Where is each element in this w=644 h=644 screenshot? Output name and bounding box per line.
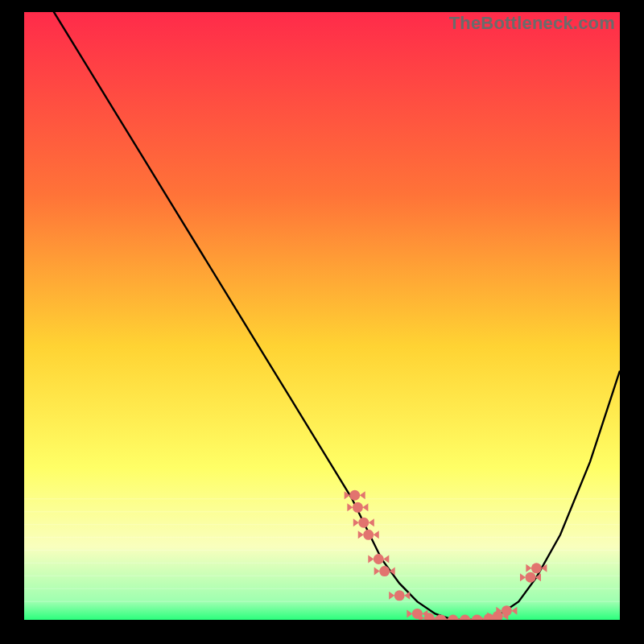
svg-point-0: [349, 490, 360, 501]
band-striation: [24, 524, 620, 525]
band-striation: [24, 511, 620, 512]
band-striation: [24, 563, 620, 564]
chart-svg: [24, 12, 620, 620]
band-striation: [24, 601, 620, 602]
svg-point-2: [358, 518, 369, 528]
band-striation: [24, 550, 620, 551]
svg-point-1: [353, 502, 363, 513]
band-striation: [24, 537, 620, 538]
chart-frame: [24, 12, 620, 620]
heat-gradient: [24, 12, 620, 620]
svg-point-3: [363, 530, 374, 540]
band-striation: [24, 498, 620, 499]
svg-point-17: [531, 563, 542, 573]
band-striation: [24, 588, 620, 589]
chart-plot-area: [24, 12, 620, 620]
watermark-text: TheBottleneck.com: [449, 13, 615, 34]
svg-point-4: [374, 554, 384, 564]
svg-point-5: [379, 566, 390, 576]
svg-point-16: [526, 572, 536, 583]
svg-point-15: [502, 605, 512, 616]
svg-point-6: [394, 590, 405, 601]
